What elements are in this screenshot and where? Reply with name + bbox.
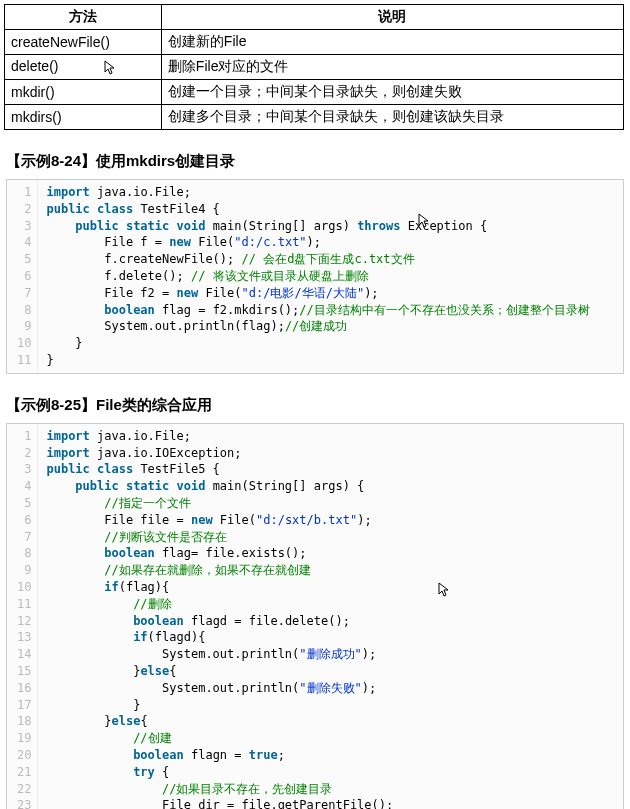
line-gutter: 1 2 3 4 5 6 7 8 9 10 11 12 13 14 15 16 1…	[7, 424, 38, 809]
mouse-cursor-icon	[418, 213, 430, 234]
code-content: import java.io.File; import java.io.IOEx…	[38, 424, 623, 809]
table-row: mkdir() 创建一个目录；中间某个目录缺失，则创建失败	[5, 80, 624, 105]
code-block-8-24: 1 2 3 4 5 6 7 8 9 10 11 import java.io.F…	[6, 179, 624, 374]
example-8-25-heading: 【示例8-25】File类的综合应用	[6, 396, 630, 415]
mouse-cursor-icon	[104, 60, 116, 76]
code-block-8-25: 1 2 3 4 5 6 7 8 9 10 11 12 13 14 15 16 1…	[6, 423, 624, 809]
table-row: createNewFile() 创建新的File	[5, 30, 624, 55]
example-8-24-heading: 【示例8-24】使用mkdirs创建目录	[6, 152, 630, 171]
table-row: mkdirs() 创建多个目录；中间某个目录缺失，则创建该缺失目录	[5, 105, 624, 130]
line-gutter: 1 2 3 4 5 6 7 8 9 10 11	[7, 180, 38, 373]
file-methods-table: 方法 说明 createNewFile() 创建新的File delete() …	[4, 4, 624, 130]
table-header-desc: 说明	[161, 5, 623, 30]
table-row: delete() 删除File对应的文件	[5, 55, 624, 80]
code-content: import java.io.File; public class TestFi…	[38, 180, 623, 373]
mouse-cursor-icon	[438, 582, 450, 603]
table-header-method: 方法	[5, 5, 162, 30]
